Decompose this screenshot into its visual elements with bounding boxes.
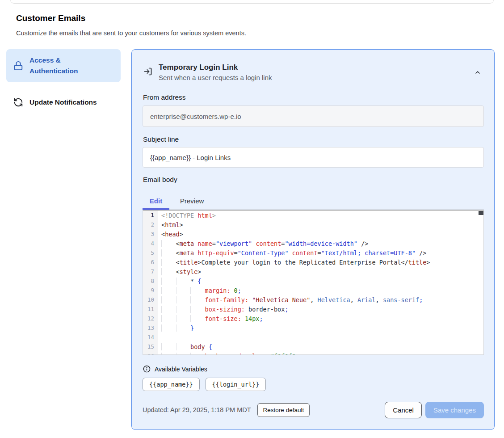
- code-lines: 1<!DOCTYPE html>2<html>3<head>4 <meta na…: [143, 211, 483, 355]
- editor-tabs: Edit Preview: [143, 194, 204, 207]
- available-variables-label: Available Variables: [155, 366, 207, 373]
- sidebar-item-access-authentication[interactable]: Access & Authentication: [6, 49, 121, 82]
- code-text: font-size: 14px;: [158, 315, 263, 324]
- code-line[interactable]: 10 font-family: "Helvetica Neue", Helvet…: [143, 296, 483, 306]
- line-number: 5: [143, 249, 158, 259]
- line-number: 4: [143, 240, 158, 249]
- page-title: Customer Emails: [16, 13, 85, 23]
- sidebar-item-label: Update Notifications: [29, 97, 97, 108]
- code-text: <html>: [158, 221, 183, 231]
- from-address-input[interactable]: [143, 105, 484, 127]
- panel-footer: Updated: Apr 29, 2025, 1:18 PM MDT Resto…: [143, 401, 484, 419]
- code-line[interactable]: 8 * {: [143, 278, 483, 287]
- code-line[interactable]: 11 box-sizing: border-box;: [143, 306, 483, 315]
- code-line[interactable]: 4 <meta name="viewport" content="width=d…: [143, 240, 483, 249]
- card-header: Temporary Login Link Sent when a user re…: [143, 62, 467, 83]
- info-icon: [143, 365, 151, 373]
- code-text: margin: 0;: [158, 287, 241, 296]
- line-number: 15: [143, 343, 158, 353]
- lock-icon: [13, 61, 23, 71]
- code-editor[interactable]: 1<!DOCTYPE html>2<html>3<head>4 <meta na…: [143, 210, 484, 355]
- line-number: 3: [143, 231, 158, 240]
- line-number: 11: [143, 306, 158, 315]
- editor-scrollbar-thumb[interactable]: [479, 211, 483, 215]
- collapse-button[interactable]: [472, 67, 483, 78]
- code-text: * {: [158, 278, 201, 287]
- code-line[interactable]: 13 }: [143, 324, 483, 334]
- code-line[interactable]: 6 <title>Complete your login to the Repl…: [143, 259, 483, 268]
- variable-chip-login-url[interactable]: {{login_url}}: [206, 378, 266, 391]
- panel-subtitle: Sent when a user requests a login link: [159, 73, 272, 83]
- code-text: font-family: "Helvetica Neue", Helvetica…: [158, 296, 423, 306]
- previous-section-card-edge: [10, 0, 494, 4]
- code-text: [158, 334, 161, 343]
- restore-default-button[interactable]: Restore default: [257, 403, 310, 417]
- email-settings-card: Temporary Login Link Sent when a user re…: [131, 49, 495, 430]
- code-text: box-sizing: border-box;: [158, 306, 289, 315]
- line-number: 8: [143, 278, 158, 287]
- code-line[interactable]: 1<!DOCTYPE html>: [143, 212, 483, 221]
- cancel-button[interactable]: Cancel: [385, 402, 422, 418]
- sidebar-item-update-notifications[interactable]: Update Notifications: [6, 91, 121, 114]
- variable-chips: {{app_name}} {{login_url}}: [143, 378, 266, 391]
- code-line[interactable]: 15 body {: [143, 343, 483, 353]
- code-line[interactable]: 12 font-size: 14px;: [143, 315, 483, 324]
- settings-sidebar: Access & Authentication Update Notificat…: [6, 49, 121, 114]
- line-number: 6: [143, 259, 158, 268]
- panel-title: Temporary Login Link: [159, 62, 272, 73]
- email-body-label: Email body: [143, 176, 177, 184]
- subject-line-input[interactable]: [143, 147, 484, 168]
- variable-chip-app-name[interactable]: {{app_name}}: [143, 378, 200, 391]
- line-number: 1: [143, 212, 158, 221]
- from-address-label: From address: [143, 93, 186, 101]
- code-text: <!DOCTYPE html>: [158, 212, 216, 221]
- code-text: body {: [158, 343, 212, 353]
- chevron-up-icon: [474, 69, 481, 76]
- save-changes-button[interactable]: Save changes: [425, 402, 484, 418]
- line-number: 10: [143, 296, 158, 306]
- line-number: 16: [143, 353, 158, 355]
- code-line[interactable]: 7 <style>: [143, 268, 483, 278]
- code-text: <head>: [158, 231, 183, 240]
- available-variables-row: Available Variables: [143, 365, 207, 373]
- code-line[interactable]: 9 margin: 0;: [143, 287, 483, 296]
- code-line[interactable]: 16 background-color: #f8f8f8;: [143, 353, 483, 355]
- line-number: 9: [143, 287, 158, 296]
- sidebar-item-label: Access & Authentication: [29, 55, 78, 76]
- line-number: 2: [143, 221, 158, 231]
- code-line[interactable]: 3<head>: [143, 231, 483, 240]
- tab-preview[interactable]: Preview: [180, 194, 204, 207]
- active-tab-indicator: [143, 208, 169, 210]
- line-number: 7: [143, 268, 158, 278]
- line-number: 14: [143, 334, 158, 343]
- code-line[interactable]: 14: [143, 334, 483, 343]
- log-in-icon: [143, 67, 152, 76]
- code-text: background-color: #f8f8f8;: [158, 353, 299, 355]
- line-number: 12: [143, 315, 158, 324]
- page-subtitle: Customize the emails that are sent to yo…: [16, 29, 246, 37]
- code-text: <meta name="viewport" content="width=dev…: [158, 240, 368, 249]
- code-text: <meta http-equiv="Content-Type" content=…: [158, 249, 426, 259]
- subject-line-label: Subject line: [143, 135, 179, 143]
- code-text: }: [158, 324, 194, 334]
- updated-timestamp: Updated: Apr 29, 2025, 1:18 PM MDT: [143, 406, 251, 413]
- refresh-icon: [13, 97, 23, 107]
- tab-edit[interactable]: Edit: [143, 194, 169, 207]
- code-text: <style>: [158, 268, 201, 278]
- line-number: 13: [143, 324, 158, 334]
- code-line[interactable]: 2<html>: [143, 221, 483, 231]
- code-text: <title>Complete your login to the Replic…: [158, 259, 430, 268]
- code-line[interactable]: 5 <meta http-equiv="Content-Type" conten…: [143, 249, 483, 259]
